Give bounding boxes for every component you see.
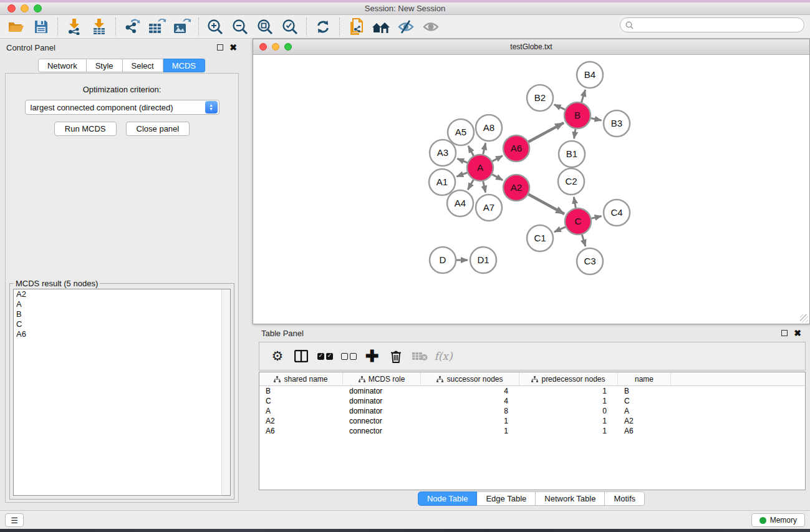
task-history-icon[interactable]: ☰	[5, 513, 24, 527]
node-A7[interactable]: A7	[476, 195, 502, 221]
edge-C-C4[interactable]	[591, 216, 601, 219]
result-item[interactable]: A6	[14, 329, 230, 339]
node-D1[interactable]: D1	[470, 247, 496, 273]
column-header-successor-nodes[interactable]: successor nodes	[421, 372, 519, 385]
refresh-icon[interactable]	[311, 16, 335, 37]
edge-C-C3[interactable]	[582, 235, 586, 246]
node-A3[interactable]: A3	[430, 140, 456, 166]
zoom-fit-icon[interactable]	[253, 16, 277, 37]
optimization-criterion-select[interactable]: largest connected component (directed) ▲…	[25, 100, 219, 115]
edge-A-A2[interactable]	[492, 175, 503, 180]
result-item[interactable]: A	[14, 299, 230, 309]
table-row[interactable]: Cdominator41C	[259, 396, 805, 406]
table-row[interactable]: Adominator80A	[259, 406, 805, 416]
edge-A2-C[interactable]	[528, 195, 564, 214]
tab-network-table[interactable]: Network Table	[536, 491, 605, 506]
add-column-icon[interactable]: ✚	[360, 345, 384, 367]
edge-B-B2[interactable]	[554, 105, 565, 110]
tab-style[interactable]: Style	[87, 59, 123, 72]
edge-A-A5[interactable]	[468, 146, 474, 156]
node-table[interactable]: shared nameMCDS rolesuccessor nodesprede…	[259, 372, 806, 490]
edge-B-B1[interactable]	[574, 129, 576, 138]
edge-A-A3[interactable]	[457, 158, 467, 163]
table-close-panel-icon[interactable]: ✖	[794, 330, 801, 336]
result-item[interactable]: C	[14, 319, 230, 329]
tab-mcds[interactable]: MCDS	[163, 59, 205, 72]
clone-network-icon[interactable]	[344, 16, 369, 37]
deselect-all-icon[interactable]	[337, 345, 360, 367]
network-maximize-button[interactable]	[284, 43, 292, 51]
table-row[interactable]: A2connector11A2	[259, 416, 805, 426]
node-C2[interactable]: C2	[558, 168, 584, 195]
column-header-shared-name[interactable]: shared name	[259, 372, 343, 385]
column-header-predecessor-nodes[interactable]: predecessor nodes	[519, 372, 618, 385]
table-float-panel-icon[interactable]	[781, 330, 788, 336]
float-panel-icon[interactable]	[217, 44, 223, 51]
settings-gear-icon[interactable]: ⚙	[266, 345, 289, 367]
export-network-icon[interactable]	[120, 16, 145, 37]
edge-A-A7[interactable]	[483, 181, 486, 192]
delete-column-icon[interactable]	[384, 345, 408, 367]
mcds-result-list[interactable]: A2ABCA6	[13, 289, 231, 496]
show-all-icon[interactable]	[418, 16, 443, 37]
node-C4[interactable]: C4	[604, 200, 630, 226]
tab-edge-table[interactable]: Edge Table	[477, 491, 536, 506]
table-row[interactable]: A6connector11A6	[259, 426, 805, 436]
save-session-icon[interactable]	[29, 16, 54, 37]
node-A2[interactable]: A2	[503, 175, 529, 201]
result-item[interactable]: A2	[14, 289, 230, 299]
node-A5[interactable]: A5	[448, 119, 474, 145]
network-minimize-button[interactable]	[272, 43, 279, 51]
node-B[interactable]: B	[564, 102, 591, 128]
node-A[interactable]: A	[467, 155, 493, 181]
node-A6[interactable]: A6	[503, 135, 529, 162]
column-view-icon[interactable]	[289, 345, 313, 367]
tab-motifs[interactable]: Motifs	[605, 491, 645, 506]
tab-node-table[interactable]: Node Table	[418, 491, 478, 506]
edge-B-B3[interactable]	[591, 118, 602, 120]
zoom-selected-icon[interactable]	[277, 16, 302, 37]
minimize-window-button[interactable]	[21, 4, 29, 12]
first-neighbors-icon[interactable]	[369, 16, 393, 37]
close-window-button[interactable]	[7, 4, 16, 12]
edge-A-A8[interactable]	[483, 143, 486, 154]
network-graph[interactable]: B4B2BB3A8A5A6B1A3AA1C2A2A4A7C4CC1C3DD1	[253, 55, 809, 324]
export-table-icon[interactable]	[145, 16, 170, 37]
node-C1[interactable]: C1	[527, 225, 553, 251]
result-item[interactable]: B	[14, 309, 230, 319]
select-all-icon[interactable]	[313, 345, 337, 367]
tab-network[interactable]: Network	[38, 59, 87, 72]
edge-A-A6[interactable]	[492, 156, 503, 162]
edge-C-C2[interactable]	[574, 197, 576, 208]
maximize-window-button[interactable]	[34, 4, 42, 12]
import-table-icon[interactable]	[87, 16, 112, 37]
edge-C-C1[interactable]	[554, 227, 566, 232]
open-file-icon[interactable]	[4, 16, 29, 37]
import-network-icon[interactable]	[62, 16, 87, 37]
edge-B-B4[interactable]	[581, 90, 585, 102]
node-C[interactable]: C	[565, 208, 591, 235]
export-image-icon[interactable]	[170, 16, 195, 37]
node-B1[interactable]: B1	[559, 141, 585, 167]
memory-button[interactable]: Memory	[751, 513, 805, 527]
node-C3[interactable]: C3	[577, 248, 603, 274]
close-panel-button[interactable]: Close panel	[126, 122, 190, 136]
resize-grip-icon[interactable]	[800, 314, 808, 322]
zoom-in-icon[interactable]	[203, 16, 228, 37]
column-header-MCDS-role[interactable]: MCDS role	[343, 372, 421, 385]
zoom-out-icon[interactable]	[228, 16, 253, 37]
node-A4[interactable]: A4	[447, 190, 473, 216]
node-B2[interactable]: B2	[527, 85, 553, 111]
delete-table-icon[interactable]	[408, 345, 432, 367]
hide-selected-icon[interactable]	[393, 16, 418, 37]
function-builder-icon[interactable]: f(x)	[432, 345, 455, 367]
run-mcds-button[interactable]: Run MCDS	[54, 122, 117, 136]
edge-A6-B[interactable]	[528, 123, 564, 142]
edge-A-A4[interactable]	[468, 180, 473, 190]
node-D[interactable]: D	[430, 247, 456, 273]
node-A1[interactable]: A1	[429, 169, 455, 195]
node-A8[interactable]: A8	[476, 115, 502, 141]
node-B3[interactable]: B3	[604, 110, 630, 137]
network-close-button[interactable]	[259, 43, 267, 51]
close-panel-icon[interactable]: ✖	[229, 44, 237, 51]
